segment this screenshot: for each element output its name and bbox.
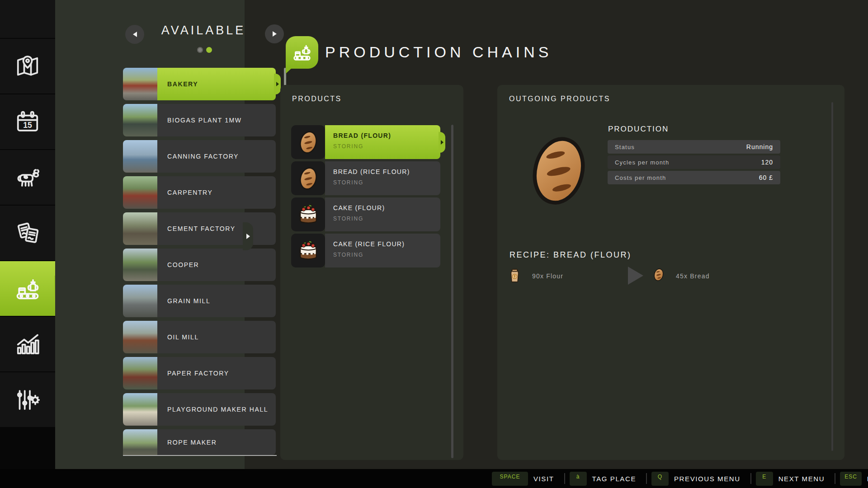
factory-label: CARPENTRY xyxy=(167,189,213,196)
product-name: CAKE (FLOUR) xyxy=(333,204,440,211)
bread-icon xyxy=(291,161,325,195)
factory-thumbnail xyxy=(123,212,157,245)
divider xyxy=(564,473,565,484)
arrow-right-icon xyxy=(273,31,277,37)
action-visit[interactable]: VISIT xyxy=(533,475,554,483)
recipe-input: 90x Flour xyxy=(532,272,563,280)
contracts-icon xyxy=(14,220,41,247)
factory-list-item[interactable]: CARPENTRY xyxy=(123,176,276,209)
production-heading: PRODUCTION xyxy=(608,125,669,134)
product-status: STORING xyxy=(333,216,440,222)
divider xyxy=(835,473,835,484)
sidebar-item-settings[interactable] xyxy=(0,372,55,427)
factory-label: BIOGAS PLANT 1MW xyxy=(167,117,242,124)
product-name: BREAD (FLOUR) xyxy=(333,132,440,139)
production-chains-badge xyxy=(286,36,318,69)
available-panel-expand-arrow[interactable] xyxy=(243,222,253,250)
product-name: BREAD (RICE FLOUR) xyxy=(333,168,440,175)
factory-list-item[interactable]: CANNING FACTORY xyxy=(123,140,276,173)
factory-list-item[interactable]: COOPER xyxy=(123,249,276,281)
factory-thumbnail xyxy=(123,140,157,173)
factory-label: GRAIN MILL xyxy=(167,297,210,305)
product-row[interactable]: CAKE (RICE FLOUR) STORING xyxy=(291,234,440,267)
factory-label: CANNING FACTORY xyxy=(167,153,239,160)
factory-list-item[interactable]: BIOGAS PLANT 1MW xyxy=(123,104,276,136)
divider xyxy=(646,473,647,484)
sidebar-item-animals[interactable] xyxy=(0,150,55,205)
factory-label: PAPER FACTORY xyxy=(167,370,229,377)
main-sidebar: 15 xyxy=(0,0,55,469)
sidebar-item-contracts[interactable] xyxy=(0,206,55,260)
page-dot-active[interactable] xyxy=(206,47,212,53)
table-row: Status Running xyxy=(608,140,780,154)
cake-icon xyxy=(291,234,325,267)
available-title: AVAILABLE xyxy=(158,23,249,38)
table-row: Costs per month 60 £ xyxy=(608,171,780,184)
map-icon xyxy=(14,53,41,80)
key-q[interactable]: Q xyxy=(651,472,669,486)
factory-thumbnail xyxy=(123,68,157,100)
row-label: Cycles per month xyxy=(615,159,669,166)
product-status: STORING xyxy=(333,252,440,258)
action-previous-menu[interactable]: PREVIOUS MENU xyxy=(674,475,741,483)
factory-thumbnail xyxy=(123,429,157,455)
key-a-grave[interactable]: à xyxy=(570,472,587,486)
factory-label: COOPER xyxy=(167,261,199,268)
factory-list-item[interactable]: PAPER FACTORY xyxy=(123,357,276,389)
factory-thumbnail xyxy=(123,176,157,209)
sidebar-item-production-chains[interactable] xyxy=(0,261,55,316)
factory-thumbnail xyxy=(123,393,157,426)
factory-list-item[interactable]: GRAIN MILL xyxy=(123,285,276,317)
statistics-icon xyxy=(14,331,41,358)
factory-list-item[interactable]: BAKERY xyxy=(123,68,276,100)
bread-product-image xyxy=(527,132,590,210)
sidebar-item-statistics[interactable] xyxy=(0,317,55,371)
arrow-left-icon xyxy=(133,32,137,37)
cow-icon xyxy=(14,164,41,191)
action-next-menu[interactable]: NEXT MENU xyxy=(778,475,825,483)
bottom-action-bar: SPACE VISIT à TAG PLACE Q PREVIOUS MENU … xyxy=(0,469,868,488)
product-name: CAKE (RICE FLOUR) xyxy=(333,240,440,248)
selected-arrow xyxy=(274,74,281,94)
outgoing-scrollbar[interactable] xyxy=(831,102,833,451)
cycles-value: 120 xyxy=(761,159,773,166)
outgoing-panel-title: OUTGOING PRODUCTS xyxy=(509,95,610,103)
production-chains-screen: 15 xyxy=(0,0,868,488)
factory-thumbnail xyxy=(123,104,157,136)
list-end-divider xyxy=(123,455,277,456)
settings-icon xyxy=(14,386,41,413)
bread-icon xyxy=(291,125,325,159)
key-esc[interactable]: ESC xyxy=(840,472,862,486)
svg-text:15: 15 xyxy=(23,120,32,129)
product-status: STORING xyxy=(333,143,440,150)
page-next-button[interactable] xyxy=(265,24,284,43)
product-row[interactable]: CAKE (FLOUR) STORING xyxy=(291,197,440,231)
factory-label: BAKERY xyxy=(167,80,198,88)
factory-list-item[interactable]: ROPE MAKER xyxy=(123,429,276,455)
sidebar-item-map[interactable] xyxy=(0,39,55,94)
status-value: Running xyxy=(746,143,773,150)
production-chains-icon xyxy=(292,42,312,63)
arrow-right-icon xyxy=(246,234,250,239)
factory-thumbnail xyxy=(123,321,157,353)
factory-list-item[interactable]: PLAYGROUND MAKER HALL xyxy=(123,393,276,426)
products-scrollbar[interactable] xyxy=(451,125,453,458)
cake-icon xyxy=(291,197,325,231)
divider xyxy=(750,473,751,484)
factory-thumbnail xyxy=(123,357,157,389)
key-space[interactable]: SPACE xyxy=(492,472,528,486)
bread-icon xyxy=(653,267,665,282)
page-prev-button[interactable] xyxy=(125,25,144,44)
product-row[interactable]: BREAD (RICE FLOUR) STORING xyxy=(291,161,440,195)
factory-thumbnail xyxy=(123,249,157,281)
action-tag-place[interactable]: TAG PLACE xyxy=(592,475,636,483)
available-panel: AVAILABLE BAKERY BIOGAS PLANT 1MW CANNIN… xyxy=(55,0,245,469)
factory-label: CEMENT FACTORY xyxy=(167,225,236,232)
key-e[interactable]: E xyxy=(756,472,773,486)
product-row[interactable]: BREAD (FLOUR) STORING xyxy=(291,125,440,159)
page-dot-inactive[interactable] xyxy=(197,47,203,53)
sidebar-item-calendar[interactable]: 15 xyxy=(0,94,55,149)
outgoing-products-panel: OUTGOING PRODUCTS PRODUCTION Status Runn… xyxy=(497,85,844,460)
production-chains-icon xyxy=(14,275,41,302)
factory-list-item[interactable]: OIL MILL xyxy=(123,321,276,353)
